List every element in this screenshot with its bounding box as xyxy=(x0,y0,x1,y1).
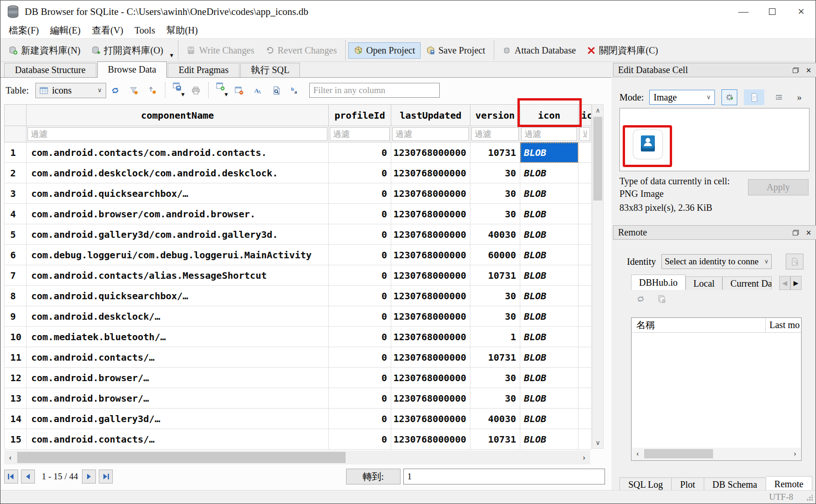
remote-list-column-name[interactable]: 名稱 xyxy=(632,318,766,332)
toolbar-overflow-button[interactable]: » xyxy=(797,92,801,103)
cell-name[interactable]: com.android.browser/com.android.browser. xyxy=(27,204,329,224)
cell-lu[interactable]: 1230768000000 xyxy=(391,183,470,204)
cell-num[interactable]: 14 xyxy=(4,409,27,429)
revert-changes-button[interactable]: Revert Changes xyxy=(260,42,342,59)
cell-ver[interactable]: 1 xyxy=(470,327,520,347)
tab-execute-sql[interactable]: 執行 SQL xyxy=(240,63,300,77)
cell-lu[interactable]: 1230768000000 xyxy=(391,245,470,265)
save-results-button[interactable]: ▼ xyxy=(168,81,187,100)
menu-help[interactable]: 幫助(H) xyxy=(161,23,204,38)
text-mode-button[interactable] xyxy=(744,89,764,105)
cell-lu[interactable]: 1230768000000 xyxy=(391,265,470,286)
cell-ver[interactable]: 10731 xyxy=(470,265,520,286)
cell-ic[interactable] xyxy=(578,245,592,265)
new-database-button[interactable]: 新建資料庫(N) xyxy=(3,41,86,60)
next-page-button[interactable] xyxy=(82,470,96,484)
cell-ic[interactable] xyxy=(578,163,592,183)
cell-name[interactable]: com.debug.loggerui/com.debug.loggerui.Ma… xyxy=(27,245,329,265)
table-selector[interactable]: icons ∨ xyxy=(35,83,106,98)
delete-record-button[interactable] xyxy=(230,81,249,100)
cell-num[interactable]: 7 xyxy=(4,265,27,286)
filter-profileId[interactable] xyxy=(330,127,390,141)
cell-num[interactable]: 13 xyxy=(4,388,27,409)
menu-file[interactable]: 檔案(F) xyxy=(3,23,44,38)
cell-lu[interactable]: 1230768000000 xyxy=(391,306,470,327)
goto-record-input[interactable] xyxy=(403,469,605,484)
cell-pid[interactable]: 0 xyxy=(329,327,391,347)
cell-pid[interactable]: 0 xyxy=(329,183,391,204)
save-project-button[interactable]: Save Project xyxy=(421,42,491,59)
cell-name[interactable]: com.android.contacts/… xyxy=(27,347,329,368)
remote-tab-local[interactable]: Local xyxy=(686,276,723,290)
cell-name[interactable]: com.android.contacts/com.android.contact… xyxy=(27,142,329,163)
find-in-document-button[interactable] xyxy=(267,81,286,100)
refresh-button[interactable] xyxy=(106,81,125,100)
scroll-right-arrow[interactable]: › xyxy=(789,450,801,458)
cell-pid[interactable]: 0 xyxy=(329,409,391,429)
remote-refresh-icon[interactable] xyxy=(636,295,645,303)
cell-icon[interactable]: BLOB xyxy=(520,388,578,409)
cell-ver[interactable]: 30 xyxy=(470,286,520,306)
minimize-button[interactable]: — xyxy=(729,2,758,21)
scroll-left-arrow[interactable]: ‹ xyxy=(632,450,643,458)
cell-ver[interactable]: 30 xyxy=(470,183,520,204)
scroll-up-arrow[interactable]: ∧ xyxy=(592,105,603,116)
filter-icon[interactable] xyxy=(521,127,577,141)
cell-ver[interactable]: 30 xyxy=(470,163,520,183)
cell-icon[interactable]: BLOB xyxy=(520,183,578,204)
cell-lu[interactable]: 1230768000000 xyxy=(391,388,470,409)
float-dock-icon[interactable] xyxy=(793,67,799,73)
cell-lu[interactable]: 1230768000000 xyxy=(391,347,470,368)
cell-icon[interactable]: BLOB xyxy=(520,265,578,286)
remote-list-horizontal-scrollbar[interactable]: ‹ › xyxy=(632,448,801,460)
horizontal-scroll-thumb[interactable] xyxy=(17,452,346,463)
previous-page-button[interactable] xyxy=(21,470,35,484)
cell-num[interactable]: 6 xyxy=(4,245,27,265)
cell-ver[interactable]: 30 xyxy=(470,388,520,409)
menu-tools[interactable]: Tools xyxy=(129,24,161,37)
cell-lu[interactable]: 1230768000000 xyxy=(391,142,470,163)
cell-ver[interactable]: 30 xyxy=(470,204,520,224)
insert-record-button[interactable]: ▼ xyxy=(211,81,230,100)
scroll-right-arrow[interactable]: › xyxy=(578,453,590,463)
remote-tab-current-database[interactable]: Current Dat xyxy=(722,276,772,290)
open-project-button[interactable]: Open Project xyxy=(348,42,421,59)
word-wrap-button[interactable] xyxy=(771,89,787,105)
cell-name[interactable]: com.android.deskclock/com.android.deskcl… xyxy=(27,163,329,183)
mode-selector[interactable]: Image ∨ xyxy=(649,90,715,105)
cell-ver[interactable]: 10731 xyxy=(470,429,520,450)
cell-ver[interactable]: 60000 xyxy=(470,245,520,265)
header-componentName[interactable]: componentName xyxy=(27,104,329,126)
cell-ic[interactable] xyxy=(578,409,592,429)
cell-lu[interactable]: 1230768000000 xyxy=(391,224,470,245)
cell-icon[interactable]: BLOB xyxy=(520,429,578,450)
remote-list-column-lastmodified[interactable]: Last mo xyxy=(766,320,800,330)
menu-edit[interactable]: 編輯(E) xyxy=(44,23,86,38)
cell-name[interactable]: com.mediatek.bluetooth/… xyxy=(27,327,329,347)
tab-browse-data[interactable]: Browse Data xyxy=(97,61,167,78)
float-dock-icon[interactable] xyxy=(793,230,799,235)
open-database-button[interactable]: 打開資料庫(O) xyxy=(86,41,169,60)
cell-pid[interactable]: 0 xyxy=(329,142,391,163)
filter-ic-partial[interactable] xyxy=(579,127,590,141)
remote-tabs-scroll-left[interactable]: ◀ xyxy=(779,276,790,290)
cell-lu[interactable]: 1230768000000 xyxy=(391,286,470,306)
cell-icon[interactable]: BLOB xyxy=(520,327,578,347)
first-page-button[interactable] xyxy=(4,470,18,484)
cell-ic[interactable] xyxy=(578,388,592,409)
filter-lastUpdated[interactable] xyxy=(392,127,469,141)
cell-ic[interactable] xyxy=(578,142,592,163)
header-icon[interactable]: icon xyxy=(520,104,578,126)
header-lastUpdated[interactable]: lastUpdated xyxy=(391,104,470,126)
filter-version[interactable] xyxy=(471,127,519,141)
cell-pid[interactable]: 0 xyxy=(329,163,391,183)
cell-pid[interactable]: 0 xyxy=(329,224,391,245)
remote-tabs-scroll-right[interactable]: ▶ xyxy=(790,276,802,290)
tab-edit-pragmas[interactable]: Edit Pragmas xyxy=(168,63,239,77)
goto-button[interactable]: 轉到: xyxy=(346,469,401,484)
cell-name[interactable]: com.android.browser/… xyxy=(27,388,329,409)
cell-num[interactable]: 4 xyxy=(4,204,27,224)
cell-pid[interactable]: 0 xyxy=(329,368,391,388)
cell-ic[interactable] xyxy=(578,306,592,327)
cell-icon[interactable]: BLOB xyxy=(520,142,578,163)
